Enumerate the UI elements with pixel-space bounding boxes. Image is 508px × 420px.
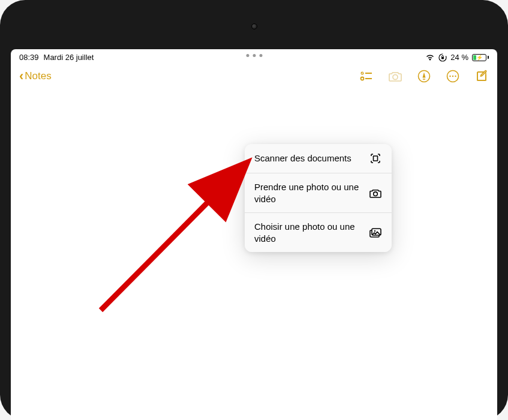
status-date: Mardi 26 juillet: [44, 53, 94, 62]
camera-menu-popover: Scanner des documents Prendre une photo …: [245, 144, 392, 252]
svg-point-9: [449, 76, 450, 77]
back-button[interactable]: ‹ Notes: [19, 70, 52, 83]
device-frame: 08:39 Mardi 26 juillet 24 % ⚡: [0, 0, 508, 420]
svg-line-18: [101, 165, 245, 310]
menu-item-label: Choisir une photo ou une vidéo: [254, 221, 369, 244]
back-label: Notes: [25, 70, 51, 82]
wifi-icon: [425, 54, 435, 61]
battery-percent: 24 %: [450, 53, 468, 62]
take-photo-item[interactable]: Prendre une photo ou une vidéo: [245, 173, 392, 213]
status-bar: 08:39 Mardi 26 juillet 24 % ⚡: [11, 49, 497, 63]
svg-point-10: [452, 76, 453, 77]
svg-rect-13: [374, 156, 378, 161]
status-time: 08:39: [19, 53, 39, 62]
multitask-dots[interactable]: [246, 54, 262, 57]
compose-button[interactable]: [474, 69, 489, 83]
scan-icon: [369, 152, 382, 165]
camera-button[interactable]: [388, 69, 402, 83]
svg-point-11: [455, 76, 456, 77]
markup-button[interactable]: [417, 69, 431, 83]
menu-item-label: Prendre une photo ou une vidéo: [254, 181, 369, 205]
toolbar: ‹ Notes: [11, 63, 497, 89]
svg-point-4: [361, 77, 364, 80]
camera-icon: [369, 187, 382, 200]
svg-point-6: [393, 75, 398, 80]
device-camera: [233, 23, 275, 30]
battery-icon: ⚡: [472, 54, 489, 61]
svg-point-14: [374, 191, 378, 196]
screen: 08:39 Mardi 26 juillet 24 % ⚡: [11, 49, 497, 420]
choose-photo-item[interactable]: Choisir une photo ou une vidéo: [245, 213, 392, 252]
svg-point-16: [374, 230, 375, 231]
checklist-button[interactable]: [359, 69, 374, 83]
more-button[interactable]: [446, 69, 460, 83]
menu-item-label: Scanner des documents: [254, 152, 357, 164]
gallery-icon: [369, 226, 382, 239]
annotation-arrow: [83, 154, 263, 322]
rotation-lock-icon: [438, 53, 447, 62]
scan-documents-item[interactable]: Scanner des documents: [245, 144, 392, 173]
svg-rect-1: [441, 57, 444, 59]
chevron-left-icon: ‹: [19, 70, 23, 83]
